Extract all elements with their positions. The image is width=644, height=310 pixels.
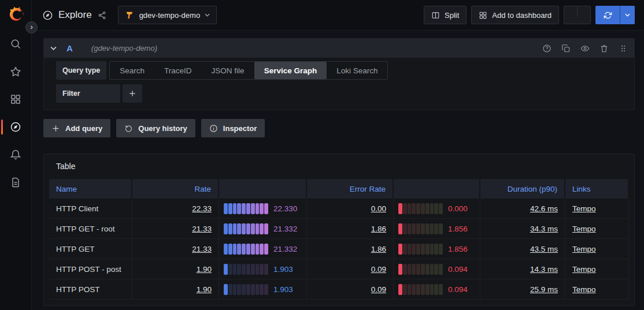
- remove-query-trash-icon[interactable]: [599, 44, 609, 53]
- sidebar-item-dashboards[interactable]: [0, 94, 31, 105]
- rate-link[interactable]: 21.33: [192, 225, 212, 233]
- grafana-logo[interactable]: [6, 5, 25, 24]
- tempo-link[interactable]: Tempo: [572, 245, 596, 253]
- query-type-json-file[interactable]: JSON file: [202, 62, 254, 79]
- cell-duration: 34.3 ms: [480, 219, 565, 239]
- error-rate-link[interactable]: 0.00: [371, 204, 386, 213]
- time-picker-button[interactable]: [564, 6, 577, 17]
- inspector-button[interactable]: Inspector: [201, 119, 265, 137]
- refresh-interval-dropdown[interactable]: [620, 6, 635, 24]
- cell-links: Tempo: [565, 279, 629, 300]
- rate-link[interactable]: 1.90: [197, 285, 212, 294]
- duration-link[interactable]: 43.5 ms: [530, 245, 558, 253]
- column-header-links[interactable]: Links: [565, 179, 629, 199]
- query-type-traceid[interactable]: TraceID: [154, 62, 202, 79]
- duration-link[interactable]: 25.9 ms: [530, 285, 558, 294]
- star-icon: [10, 66, 21, 77]
- rate-link[interactable]: 21.33: [192, 245, 212, 253]
- panel-title: Table: [49, 159, 629, 179]
- tempo-link[interactable]: Tempo: [572, 285, 596, 294]
- query-editor: A (gdev-tempo-demo) Query type Sear: [43, 38, 635, 110]
- sidebar-nav: [0, 38, 31, 188]
- query-type-service-graph[interactable]: Service Graph: [254, 62, 327, 79]
- tempo-link[interactable]: Tempo: [572, 265, 596, 274]
- compass-icon: [10, 121, 21, 133]
- add-to-dashboard-button[interactable]: Add to dashboard: [471, 6, 559, 24]
- sidebar-item-docs[interactable]: [0, 177, 31, 188]
- column-header-error-rate[interactable]: Error Rate: [307, 179, 394, 199]
- plus-icon: [51, 124, 60, 133]
- rate-bar-gauge: [224, 284, 268, 295]
- sidebar-item-starred[interactable]: [0, 66, 31, 77]
- datasource-picker[interactable]: gdev-tempo-demo: [118, 6, 217, 24]
- sidebar-item-alerting[interactable]: [0, 149, 31, 160]
- cell-error-gauge: 0.000: [394, 199, 480, 219]
- cell-service-name: HTTP POST - post: [49, 259, 132, 279]
- add-filter-button[interactable]: [123, 84, 142, 103]
- query-row-actions: [542, 44, 628, 53]
- page-title: Explore: [58, 9, 92, 21]
- column-header-name[interactable]: Name: [49, 179, 132, 199]
- explore-content: A (gdev-tempo-demo) Query type Sear: [32, 31, 644, 310]
- help-icon[interactable]: [542, 44, 552, 53]
- rate-link[interactable]: 22.33: [192, 204, 212, 213]
- refresh-button[interactable]: [595, 6, 620, 24]
- cell-error-rate: 0.09: [307, 279, 394, 300]
- query-row-header: A (gdev-tempo-demo): [44, 39, 634, 58]
- query-history-button[interactable]: Query history: [116, 119, 195, 137]
- chevron-down-icon: [205, 13, 210, 17]
- column-header-error-gauge[interactable]: [394, 179, 480, 199]
- tempo-link[interactable]: Tempo: [572, 204, 596, 213]
- split-button[interactable]: Split: [424, 6, 467, 24]
- cell-links: Tempo: [565, 219, 629, 239]
- collapse-query-chevron[interactable]: [50, 45, 57, 51]
- cell-rate-gauge: 22.330: [219, 199, 307, 219]
- split-columns-icon: [431, 11, 440, 20]
- error-bar-gauge: [398, 203, 443, 214]
- zoom-out-button[interactable]: [577, 6, 590, 17]
- cell-service-name: HTTP GET: [49, 239, 132, 259]
- sidebar-item-search[interactable]: [0, 38, 31, 50]
- column-header-duration[interactable]: Duration (p90): [480, 179, 565, 199]
- explore-actions: Add query Query history Inspector: [43, 119, 635, 137]
- cell-error-gauge: 0.094: [394, 279, 480, 300]
- sidebar-expand-button[interactable]: [25, 21, 38, 33]
- query-ref-id[interactable]: A: [66, 43, 73, 53]
- error-rate-link[interactable]: 1.86: [371, 245, 386, 253]
- share-icon[interactable]: [98, 11, 106, 20]
- sidebar-item-explore[interactable]: [0, 121, 31, 133]
- column-header-rate[interactable]: Rate: [132, 179, 219, 199]
- error-rate-link[interactable]: 0.09: [371, 265, 386, 274]
- cell-links: Tempo: [565, 259, 629, 279]
- explore-compass-icon: [42, 10, 53, 21]
- rate-link[interactable]: 1.90: [197, 265, 212, 274]
- rate-gauge-value: 1.903: [273, 285, 293, 294]
- query-type-label: Query type: [56, 61, 106, 80]
- hide-response-eye-icon[interactable]: [580, 44, 590, 53]
- service-name: HTTP Client: [56, 204, 98, 213]
- add-query-button[interactable]: Add query: [43, 119, 110, 137]
- error-rate-link[interactable]: 0.09: [371, 285, 386, 294]
- cell-rate: 21.33: [132, 219, 219, 239]
- service-name: HTTP GET - root: [56, 225, 115, 233]
- column-header-rate-gauge[interactable]: [219, 179, 307, 199]
- query-type-search[interactable]: Search: [110, 62, 154, 79]
- duration-link[interactable]: 34.3 ms: [530, 225, 558, 233]
- error-bar-gauge: [398, 264, 443, 275]
- duplicate-query-icon[interactable]: [561, 44, 571, 53]
- cell-service-name: HTTP GET - root: [49, 219, 132, 239]
- tempo-link[interactable]: Tempo: [572, 225, 596, 233]
- error-gauge-value: 1.856: [448, 225, 468, 233]
- service-name: HTTP POST: [56, 285, 100, 294]
- query-type-loki-search[interactable]: Loki Search: [327, 62, 387, 79]
- duration-link[interactable]: 14.3 ms: [530, 265, 558, 274]
- duration-link[interactable]: 42.6 ms: [530, 204, 558, 213]
- split-label: Split: [445, 11, 459, 20]
- run-query-button: [595, 6, 635, 24]
- query-editor-body: Query type Search TraceID JSON file Serv…: [44, 58, 634, 110]
- cell-links: Tempo: [565, 239, 629, 259]
- info-circle-icon: [209, 124, 218, 133]
- error-rate-link[interactable]: 1.86: [371, 225, 386, 233]
- query-type-radio-group: Search TraceID JSON file Service Graph L…: [109, 61, 388, 80]
- drag-handle-icon[interactable]: [619, 44, 628, 53]
